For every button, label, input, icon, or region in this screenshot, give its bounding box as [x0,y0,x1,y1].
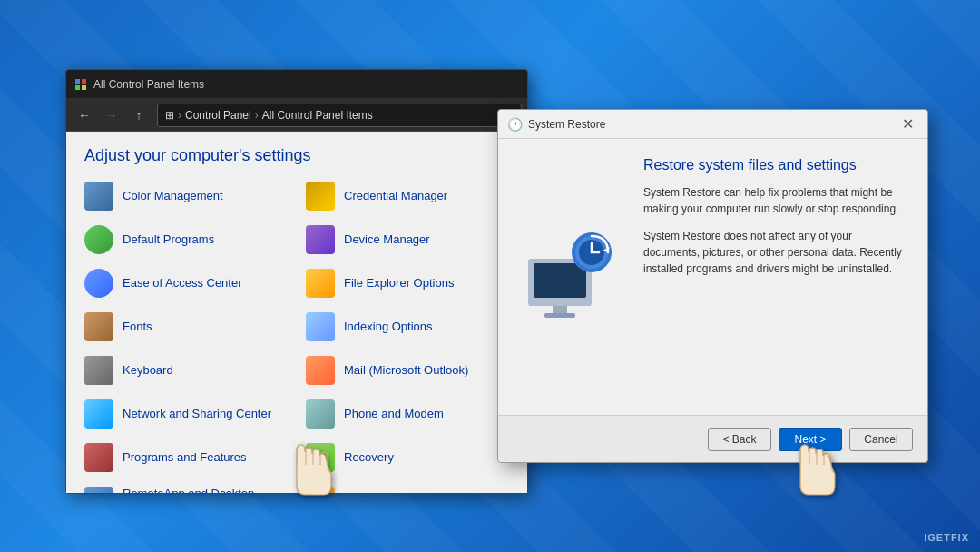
cp-item-recovery[interactable]: Recovery [297,436,518,479]
control-panel-window: All Control Panel Items ← → ↑ ⊞ › Contro… [65,69,528,494]
cp-item-mail[interactable]: Mail (Microsoft Outlook) [297,349,518,392]
cp-item-phone[interactable]: Phone and Modem [297,392,518,436]
cp-item-remoteapp[interactable]: RemoteApp and Desktop Connections [75,479,297,493]
cp-item-label: File Explorer Options [344,276,454,291]
remoteapp-icon [84,487,113,493]
cp-title: All Control Panel Items [93,78,204,91]
cp-item-label: Ease of Access Center [122,276,242,291]
sr-desc-1: System Restore can help fix problems tha… [643,184,909,217]
indexing-icon [306,312,335,341]
security-icon [306,487,335,493]
cp-heading: Adjust your computer's settings [66,132,527,174]
cp-item-label: Color Management [122,189,223,203]
back-button[interactable]: < Back [708,428,771,451]
cp-item-label: Device Manager [344,232,430,247]
sr-desc-2: System Restore does not affect any of yo… [643,228,909,277]
svg-rect-5 [534,263,586,298]
cp-item-programs[interactable]: Programs and Features [75,436,297,479]
cp-item-label: Network and Sharing Center [122,407,271,421]
cp-item-label: RemoteApp and Desktop Connections [122,487,288,493]
default-programs-icon [84,225,113,254]
cp-item-label: Phone and Modem [344,407,444,421]
ease-of-access-icon [84,269,113,298]
cp-titlebar: All Control Panel Items [66,70,527,99]
system-restore-dialog: 🕐 System Restore ✕ [497,109,928,463]
cp-item-ease-of-access[interactable]: Ease of Access Center [75,261,297,305]
color-management-icon [84,182,113,211]
cp-content: Adjust your computer's settings Color Ma… [66,132,527,493]
svg-rect-2 [75,85,80,90]
svg-rect-0 [75,79,80,84]
keyboard-icon [84,356,113,385]
cp-item-label: Indexing Options [344,320,433,334]
breadcrumb-root: ⊞ [165,109,174,122]
back-button[interactable]: ← [72,104,97,127]
sr-illustration [516,157,625,397]
sr-illustration-img [521,227,621,327]
cp-item-label: Mail (Microsoft Outlook) [344,363,468,378]
breadcrumb-cp: Control Panel [185,109,251,122]
next-button[interactable]: Next > [779,428,842,451]
cp-items-grid: Color Management Credential Manager Defa… [75,174,518,493]
sr-title: System Restore [528,118,897,131]
mail-icon [306,356,335,385]
network-icon [84,399,113,429]
cp-item-network[interactable]: Network and Sharing Center [75,392,297,436]
cp-item-default-programs[interactable]: Default Programs [75,218,297,261]
svg-rect-1 [82,79,86,84]
cp-titlebar-icon [74,77,88,92]
computer-restore-svg [521,227,621,327]
svg-rect-3 [82,85,86,90]
sr-heading: Restore system files and settings [643,157,909,173]
recovery-icon [306,443,335,472]
sr-text-area: Restore system files and settings System… [643,157,909,397]
up-button[interactable]: ↑ [126,104,152,127]
cancel-button[interactable]: Cancel [849,428,913,451]
programs-icon [84,443,113,472]
watermark: IGETFIX [924,532,969,543]
fonts-icon [84,312,113,341]
file-explorer-icon [306,269,335,298]
cp-item-label: Fonts [122,320,152,334]
sr-titlebar: 🕐 System Restore ✕ [498,110,927,139]
cp-item-label: Keyboard [122,363,173,378]
forward-button[interactable]: → [99,104,124,127]
credential-manager-icon [306,182,335,211]
cp-item-label: Programs and Features [122,450,247,465]
cp-item-credential-manager[interactable]: Credential Manager [297,174,518,218]
cp-item-device-manager[interactable]: Device Manager [297,218,518,261]
sr-close-button[interactable]: ✕ [897,114,918,134]
device-manager-icon [306,225,335,254]
sr-body: Restore system files and settings System… [498,139,927,415]
cp-toolbar: ← → ↑ ⊞ › Control Panel › All Control Pa… [66,99,527,132]
cp-item-file-explorer[interactable]: File Explorer Options [297,261,518,305]
cp-item-fonts[interactable]: Fonts [75,305,297,349]
cp-item-security[interactable]: Security and Maintenance [297,479,518,493]
cp-item-indexing[interactable]: Indexing Options [297,305,518,349]
phone-icon [306,399,335,429]
cp-item-color-management[interactable]: Color Management [75,174,297,218]
svg-rect-6 [553,306,567,313]
breadcrumb-all: All Control Panel Items [262,109,373,122]
cp-item-label: Credential Manager [344,189,447,203]
cp-item-label: Default Programs [122,232,214,247]
cp-items-list: Color Management Credential Manager Defa… [66,174,527,493]
cp-item-label: Recovery [344,450,394,465]
sr-titlebar-icon: 🕐 [507,117,523,132]
sr-footer: < Back Next > Cancel [498,415,927,462]
cp-item-keyboard[interactable]: Keyboard [75,349,297,392]
svg-rect-7 [544,313,575,318]
address-bar: ⊞ › Control Panel › All Control Panel It… [157,104,522,127]
